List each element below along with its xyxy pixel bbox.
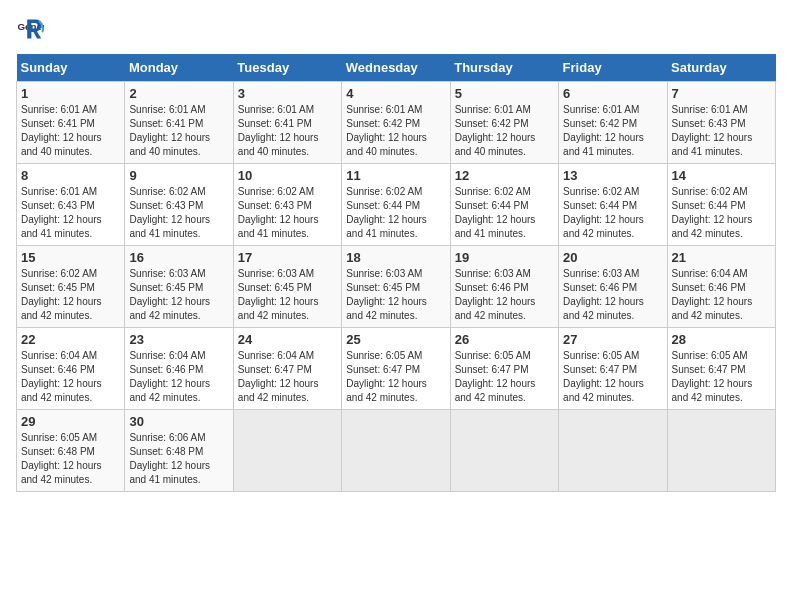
day-info: Sunrise: 6:05 AMSunset: 6:47 PMDaylight:… xyxy=(455,350,536,403)
day-info: Sunrise: 6:01 AMSunset: 6:42 PMDaylight:… xyxy=(455,104,536,157)
day-info: Sunrise: 6:05 AMSunset: 6:47 PMDaylight:… xyxy=(563,350,644,403)
day-number: 19 xyxy=(455,250,554,265)
week-row-5: 29 Sunrise: 6:05 AMSunset: 6:48 PMDaylig… xyxy=(17,410,776,492)
day-info: Sunrise: 6:04 AMSunset: 6:46 PMDaylight:… xyxy=(21,350,102,403)
week-row-1: 1 Sunrise: 6:01 AMSunset: 6:41 PMDayligh… xyxy=(17,82,776,164)
day-cell: 29 Sunrise: 6:05 AMSunset: 6:48 PMDaylig… xyxy=(17,410,125,492)
day-cell: 22 Sunrise: 6:04 AMSunset: 6:46 PMDaylig… xyxy=(17,328,125,410)
day-number: 8 xyxy=(21,168,120,183)
day-number: 22 xyxy=(21,332,120,347)
col-header-tuesday: Tuesday xyxy=(233,54,341,82)
day-cell: 8 Sunrise: 6:01 AMSunset: 6:43 PMDayligh… xyxy=(17,164,125,246)
day-cell xyxy=(667,410,775,492)
day-number: 2 xyxy=(129,86,228,101)
day-number: 30 xyxy=(129,414,228,429)
day-info: Sunrise: 6:01 AMSunset: 6:41 PMDaylight:… xyxy=(238,104,319,157)
day-info: Sunrise: 6:01 AMSunset: 6:43 PMDaylight:… xyxy=(672,104,753,157)
day-cell xyxy=(450,410,558,492)
day-cell: 20 Sunrise: 6:03 AMSunset: 6:46 PMDaylig… xyxy=(559,246,667,328)
day-info: Sunrise: 6:03 AMSunset: 6:45 PMDaylight:… xyxy=(238,268,319,321)
day-number: 26 xyxy=(455,332,554,347)
day-info: Sunrise: 6:04 AMSunset: 6:46 PMDaylight:… xyxy=(129,350,210,403)
day-cell: 28 Sunrise: 6:05 AMSunset: 6:47 PMDaylig… xyxy=(667,328,775,410)
day-cell: 9 Sunrise: 6:02 AMSunset: 6:43 PMDayligh… xyxy=(125,164,233,246)
day-cell: 10 Sunrise: 6:02 AMSunset: 6:43 PMDaylig… xyxy=(233,164,341,246)
day-number: 24 xyxy=(238,332,337,347)
day-cell: 7 Sunrise: 6:01 AMSunset: 6:43 PMDayligh… xyxy=(667,82,775,164)
day-number: 1 xyxy=(21,86,120,101)
day-cell: 12 Sunrise: 6:02 AMSunset: 6:44 PMDaylig… xyxy=(450,164,558,246)
logo: General xyxy=(16,16,48,44)
day-cell: 2 Sunrise: 6:01 AMSunset: 6:41 PMDayligh… xyxy=(125,82,233,164)
col-header-thursday: Thursday xyxy=(450,54,558,82)
day-number: 6 xyxy=(563,86,662,101)
col-header-friday: Friday xyxy=(559,54,667,82)
week-row-3: 15 Sunrise: 6:02 AMSunset: 6:45 PMDaylig… xyxy=(17,246,776,328)
day-number: 3 xyxy=(238,86,337,101)
day-number: 16 xyxy=(129,250,228,265)
day-number: 29 xyxy=(21,414,120,429)
day-cell: 6 Sunrise: 6:01 AMSunset: 6:42 PMDayligh… xyxy=(559,82,667,164)
day-info: Sunrise: 6:01 AMSunset: 6:43 PMDaylight:… xyxy=(21,186,102,239)
day-info: Sunrise: 6:05 AMSunset: 6:47 PMDaylight:… xyxy=(672,350,753,403)
header-row: SundayMondayTuesdayWednesdayThursdayFrid… xyxy=(17,54,776,82)
day-cell: 27 Sunrise: 6:05 AMSunset: 6:47 PMDaylig… xyxy=(559,328,667,410)
col-header-saturday: Saturday xyxy=(667,54,775,82)
day-info: Sunrise: 6:03 AMSunset: 6:45 PMDaylight:… xyxy=(346,268,427,321)
day-info: Sunrise: 6:02 AMSunset: 6:43 PMDaylight:… xyxy=(238,186,319,239)
day-number: 14 xyxy=(672,168,771,183)
day-cell: 30 Sunrise: 6:06 AMSunset: 6:48 PMDaylig… xyxy=(125,410,233,492)
day-info: Sunrise: 6:02 AMSunset: 6:45 PMDaylight:… xyxy=(21,268,102,321)
col-header-monday: Monday xyxy=(125,54,233,82)
day-number: 15 xyxy=(21,250,120,265)
day-cell: 14 Sunrise: 6:02 AMSunset: 6:44 PMDaylig… xyxy=(667,164,775,246)
day-cell: 15 Sunrise: 6:02 AMSunset: 6:45 PMDaylig… xyxy=(17,246,125,328)
day-cell: 17 Sunrise: 6:03 AMSunset: 6:45 PMDaylig… xyxy=(233,246,341,328)
day-info: Sunrise: 6:01 AMSunset: 6:42 PMDaylight:… xyxy=(563,104,644,157)
day-number: 21 xyxy=(672,250,771,265)
day-info: Sunrise: 6:02 AMSunset: 6:44 PMDaylight:… xyxy=(563,186,644,239)
logo-icon: General xyxy=(16,16,44,44)
day-info: Sunrise: 6:05 AMSunset: 6:48 PMDaylight:… xyxy=(21,432,102,485)
day-cell: 16 Sunrise: 6:03 AMSunset: 6:45 PMDaylig… xyxy=(125,246,233,328)
day-cell: 11 Sunrise: 6:02 AMSunset: 6:44 PMDaylig… xyxy=(342,164,450,246)
day-number: 25 xyxy=(346,332,445,347)
day-cell: 24 Sunrise: 6:04 AMSunset: 6:47 PMDaylig… xyxy=(233,328,341,410)
day-info: Sunrise: 6:02 AMSunset: 6:44 PMDaylight:… xyxy=(346,186,427,239)
day-info: Sunrise: 6:03 AMSunset: 6:46 PMDaylight:… xyxy=(563,268,644,321)
day-number: 28 xyxy=(672,332,771,347)
day-number: 20 xyxy=(563,250,662,265)
day-cell: 23 Sunrise: 6:04 AMSunset: 6:46 PMDaylig… xyxy=(125,328,233,410)
day-number: 4 xyxy=(346,86,445,101)
calendar-table: SundayMondayTuesdayWednesdayThursdayFrid… xyxy=(16,54,776,492)
day-info: Sunrise: 6:03 AMSunset: 6:45 PMDaylight:… xyxy=(129,268,210,321)
day-cell: 18 Sunrise: 6:03 AMSunset: 6:45 PMDaylig… xyxy=(342,246,450,328)
day-info: Sunrise: 6:04 AMSunset: 6:46 PMDaylight:… xyxy=(672,268,753,321)
day-cell xyxy=(559,410,667,492)
day-cell: 1 Sunrise: 6:01 AMSunset: 6:41 PMDayligh… xyxy=(17,82,125,164)
day-info: Sunrise: 6:01 AMSunset: 6:41 PMDaylight:… xyxy=(21,104,102,157)
day-cell: 25 Sunrise: 6:05 AMSunset: 6:47 PMDaylig… xyxy=(342,328,450,410)
day-info: Sunrise: 6:02 AMSunset: 6:43 PMDaylight:… xyxy=(129,186,210,239)
day-number: 5 xyxy=(455,86,554,101)
day-info: Sunrise: 6:05 AMSunset: 6:47 PMDaylight:… xyxy=(346,350,427,403)
day-number: 7 xyxy=(672,86,771,101)
header: General xyxy=(16,16,776,44)
day-info: Sunrise: 6:02 AMSunset: 6:44 PMDaylight:… xyxy=(672,186,753,239)
day-info: Sunrise: 6:03 AMSunset: 6:46 PMDaylight:… xyxy=(455,268,536,321)
day-number: 17 xyxy=(238,250,337,265)
day-cell: 3 Sunrise: 6:01 AMSunset: 6:41 PMDayligh… xyxy=(233,82,341,164)
col-header-sunday: Sunday xyxy=(17,54,125,82)
col-header-wednesday: Wednesday xyxy=(342,54,450,82)
day-info: Sunrise: 6:01 AMSunset: 6:41 PMDaylight:… xyxy=(129,104,210,157)
day-cell: 19 Sunrise: 6:03 AMSunset: 6:46 PMDaylig… xyxy=(450,246,558,328)
day-number: 18 xyxy=(346,250,445,265)
week-row-2: 8 Sunrise: 6:01 AMSunset: 6:43 PMDayligh… xyxy=(17,164,776,246)
week-row-4: 22 Sunrise: 6:04 AMSunset: 6:46 PMDaylig… xyxy=(17,328,776,410)
day-number: 13 xyxy=(563,168,662,183)
day-cell xyxy=(233,410,341,492)
day-cell xyxy=(342,410,450,492)
day-cell: 13 Sunrise: 6:02 AMSunset: 6:44 PMDaylig… xyxy=(559,164,667,246)
day-info: Sunrise: 6:02 AMSunset: 6:44 PMDaylight:… xyxy=(455,186,536,239)
day-cell: 4 Sunrise: 6:01 AMSunset: 6:42 PMDayligh… xyxy=(342,82,450,164)
